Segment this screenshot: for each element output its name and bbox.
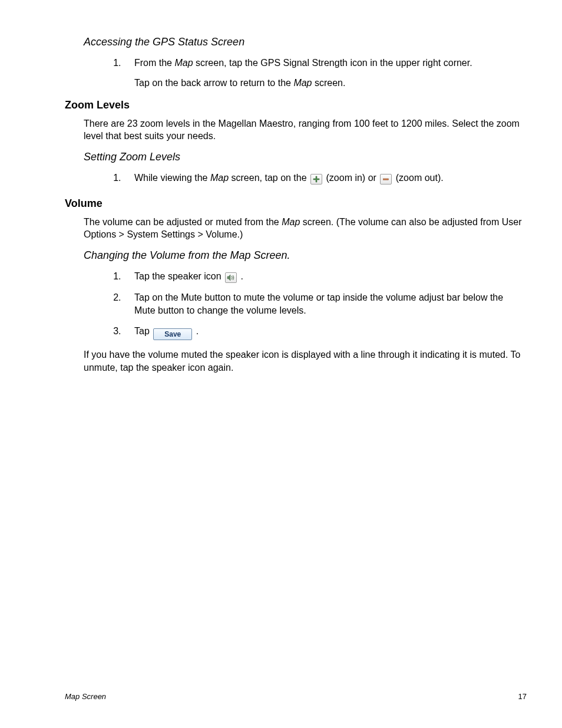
text: (zoom out). bbox=[396, 173, 444, 183]
text: . bbox=[196, 326, 199, 336]
text-em: Map bbox=[174, 58, 193, 68]
steps-zoom: While viewing the Map screen, tap on the… bbox=[124, 172, 527, 185]
page-footer: Map Screen 17 bbox=[65, 692, 527, 701]
step-item: Tap on the Mute button to mute the volum… bbox=[124, 291, 527, 317]
text: (zoom in) or bbox=[326, 173, 379, 183]
text: screen, tap on the bbox=[229, 173, 309, 183]
step-item: From the Map screen, tap the GPS Signal … bbox=[124, 57, 527, 70]
save-button: Save bbox=[153, 328, 192, 340]
zoom-in-icon bbox=[310, 174, 322, 185]
text: screen. bbox=[312, 78, 346, 88]
steps-gps: From the Map screen, tap the GPS Signal … bbox=[124, 57, 527, 70]
body-text: The volume can be adjusted or muted from… bbox=[84, 216, 527, 241]
text-em: Map bbox=[282, 217, 300, 227]
text: . bbox=[241, 271, 243, 281]
text-em: Map bbox=[293, 78, 312, 88]
sub-note: Tap on the back arrow to return to the M… bbox=[134, 78, 527, 88]
step-item: Tap the speaker icon . bbox=[124, 270, 527, 283]
step-item: Tap Save . bbox=[124, 325, 527, 340]
svg-rect-0 bbox=[384, 179, 389, 180]
text: Tap bbox=[134, 326, 152, 336]
text-em: Map bbox=[210, 173, 229, 183]
section-heading-zoom: Zoom Levels bbox=[65, 99, 527, 111]
step-item: While viewing the Map screen, tap on the… bbox=[124, 172, 527, 185]
text: Tap the speaker icon bbox=[134, 271, 224, 281]
text: While viewing the bbox=[134, 173, 210, 183]
section-heading-volume: Volume bbox=[65, 197, 527, 210]
sub-heading-setting-zoom: Setting Zoom Levels bbox=[84, 151, 527, 163]
footer-section: Map Screen bbox=[65, 692, 106, 701]
zoom-out-icon bbox=[380, 174, 392, 185]
text: Tap on the back arrow to return to the bbox=[134, 78, 293, 88]
footer-page-number: 17 bbox=[518, 692, 527, 701]
speaker-icon bbox=[225, 272, 237, 283]
sub-heading-volume-change: Changing the Volume from the Map Screen. bbox=[84, 249, 527, 262]
text: Tap on the Mute button to mute the volum… bbox=[134, 292, 503, 315]
sub-heading-gps: Accessing the GPS Status Screen bbox=[84, 36, 527, 48]
text: From the bbox=[134, 58, 174, 68]
tail-text: If you have the volume muted the speaker… bbox=[84, 348, 527, 374]
text: screen, tap the GPS Signal Strength icon… bbox=[193, 58, 472, 68]
text: The volume can be adjusted or muted from… bbox=[84, 217, 282, 227]
body-text: There are 23 zoom levels in the Magellan… bbox=[84, 117, 527, 143]
steps-volume: Tap the speaker icon . Tap on the Mute b… bbox=[124, 270, 527, 340]
